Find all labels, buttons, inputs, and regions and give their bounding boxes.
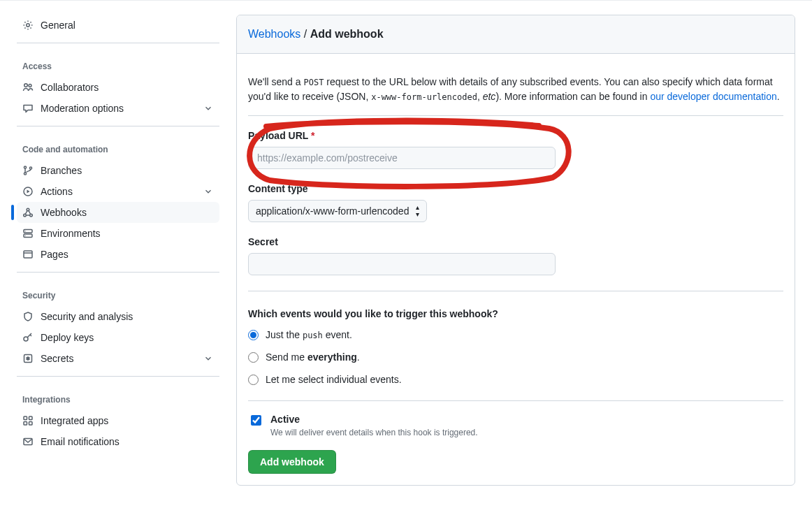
sidebar-item-deploy-keys[interactable]: Deploy keys: [17, 327, 219, 348]
divider: [17, 376, 219, 377]
svg-point-3: [24, 166, 26, 168]
settings-sidebar: General Access Collaborators Moderation …: [17, 15, 219, 452]
sidebar-item-environments[interactable]: Environments: [17, 223, 219, 244]
sidebar-group-title: Security: [17, 280, 219, 306]
sidebar-item-general[interactable]: General: [17, 15, 219, 36]
sidebar-item-label: Integrated apps: [41, 415, 108, 426]
sidebar-item-security-analysis[interactable]: Security and analysis: [17, 306, 219, 327]
sidebar-item-label: General: [41, 20, 75, 31]
svg-rect-17: [24, 416, 27, 420]
payload-url-label: Payload URL *: [248, 130, 783, 141]
people-icon: [22, 82, 34, 93]
active-subtext: We will deliver event details when this …: [270, 428, 478, 437]
svg-point-13: [25, 235, 26, 236]
divider: [17, 43, 219, 43]
apps-icon: [22, 415, 34, 426]
sidebar-item-secrets[interactable]: Secrets: [17, 348, 219, 369]
divider: [248, 291, 783, 291]
sidebar-item-label: Branches: [41, 165, 82, 176]
add-webhook-button[interactable]: Add webhook: [248, 450, 336, 474]
content-type-value: application/x-www-form-urlencoded: [256, 205, 409, 217]
sidebar-item-label: Actions: [41, 186, 73, 197]
secret-label: Secret: [248, 236, 783, 247]
sidebar-item-label: Pages: [41, 249, 68, 260]
sidebar-group-title: Code and automation: [17, 133, 219, 160]
svg-point-4: [24, 173, 26, 175]
breadcrumb-separator: /: [300, 28, 310, 40]
active-checkbox[interactable]: [251, 415, 261, 426]
sidebar-item-webhooks[interactable]: Webhooks: [17, 202, 219, 223]
sidebar-item-label: Deploy keys: [41, 332, 94, 343]
sidebar-item-label: Secrets: [41, 353, 73, 364]
gear-icon: [22, 20, 34, 31]
svg-point-1: [24, 84, 28, 87]
sidebar-item-label: Webhooks: [41, 207, 87, 218]
git-branch-icon: [22, 165, 34, 176]
play-circle-icon: [22, 186, 34, 197]
sidebar-group-title: Integrations: [17, 384, 219, 410]
divider: [17, 126, 219, 126]
sidebar-item-label: Moderation options: [41, 103, 124, 114]
browser-icon: [22, 249, 34, 260]
chevron-down-icon: [203, 186, 214, 197]
shield-icon: [22, 311, 34, 322]
svg-point-2: [29, 85, 31, 87]
intro-text: We'll send a POST request to the URL bel…: [248, 75, 783, 116]
secret-field: Secret: [248, 236, 783, 275]
radio-input[interactable]: [248, 330, 259, 340]
sidebar-item-label: Environments: [41, 228, 101, 239]
active-checkbox-row: Active We will deliver event details whe…: [248, 414, 783, 437]
secret-input[interactable]: [248, 253, 556, 275]
radio-input[interactable]: [248, 352, 259, 363]
sidebar-item-label: Collaborators: [41, 82, 99, 93]
mail-icon: [22, 436, 34, 447]
svg-point-5: [29, 167, 31, 169]
comment-icon: [22, 103, 34, 114]
breadcrumb-current: Add webhook: [310, 28, 384, 40]
payload-url-field: Payload URL *: [248, 130, 783, 169]
developer-docs-link[interactable]: our developer documentation: [650, 91, 776, 102]
sidebar-group-title: Access: [17, 50, 219, 77]
sidebar-item-email-notifications[interactable]: Email notifications: [17, 431, 219, 452]
payload-url-input[interactable]: [248, 147, 556, 169]
chevron-down-icon: [203, 103, 214, 114]
breadcrumb: Webhooks / Add webhook: [237, 15, 795, 54]
sidebar-item-collaborators[interactable]: Collaborators: [17, 77, 219, 98]
sidebar-item-label: Security and analysis: [41, 311, 133, 322]
asterisk-icon: [22, 353, 34, 364]
active-label: Active: [270, 414, 478, 425]
content-type-select[interactable]: application/x-www-form-urlencoded ▴▾: [248, 200, 427, 222]
svg-rect-14: [24, 251, 32, 258]
svg-point-7: [27, 208, 29, 211]
sidebar-item-branches[interactable]: Branches: [17, 160, 219, 181]
chevron-down-icon: [203, 353, 214, 364]
events-radio-everything[interactable]: Send me everything.: [248, 351, 783, 363]
content-type-field: Content type application/x-www-form-urle…: [248, 183, 783, 222]
events-radio-individual[interactable]: Let me select individual events.: [248, 374, 783, 385]
server-icon: [22, 228, 34, 239]
content-type-label: Content type: [248, 183, 783, 194]
add-webhook-panel: Webhooks / Add webhook We'll send a POST…: [236, 15, 795, 486]
svg-rect-18: [29, 416, 33, 420]
sidebar-item-moderation[interactable]: Moderation options: [17, 98, 219, 119]
divider: [248, 400, 783, 401]
key-icon: [22, 332, 34, 343]
radio-input[interactable]: [248, 375, 259, 385]
svg-point-0: [27, 24, 29, 27]
svg-point-12: [25, 231, 26, 231]
events-radio-push[interactable]: Just the push event.: [248, 329, 783, 340]
sidebar-item-pages[interactable]: Pages: [17, 244, 219, 265]
divider: [17, 272, 219, 273]
svg-rect-19: [24, 422, 27, 426]
sidebar-item-integrated-apps[interactable]: Integrated apps: [17, 410, 219, 431]
webhook-icon: [22, 207, 34, 218]
events-question: Which events would you like to trigger t…: [248, 308, 783, 319]
select-caret-icon: ▴▾: [416, 204, 419, 218]
breadcrumb-parent-link[interactable]: Webhooks: [248, 28, 300, 40]
sidebar-item-label: Email notifications: [41, 436, 119, 447]
sidebar-item-actions[interactable]: Actions: [17, 181, 219, 202]
svg-rect-20: [29, 422, 33, 426]
